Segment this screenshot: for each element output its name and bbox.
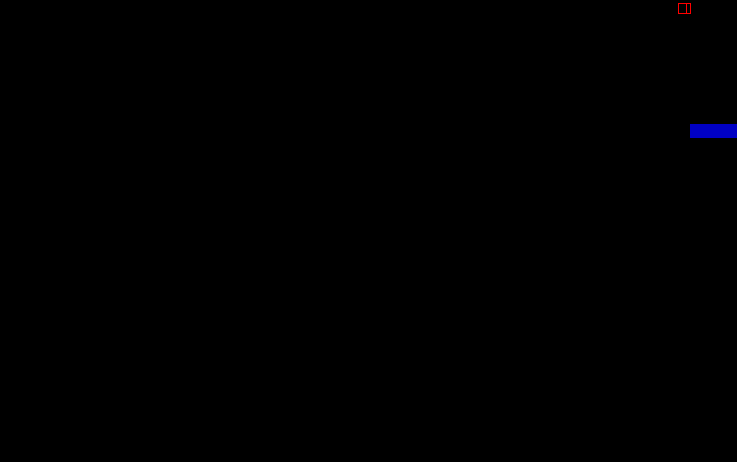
stock-chart-window bbox=[0, 0, 737, 462]
chart-canvas[interactable] bbox=[0, 0, 737, 462]
window-restore-icon[interactable] bbox=[678, 3, 691, 14]
price-badge bbox=[690, 124, 737, 138]
